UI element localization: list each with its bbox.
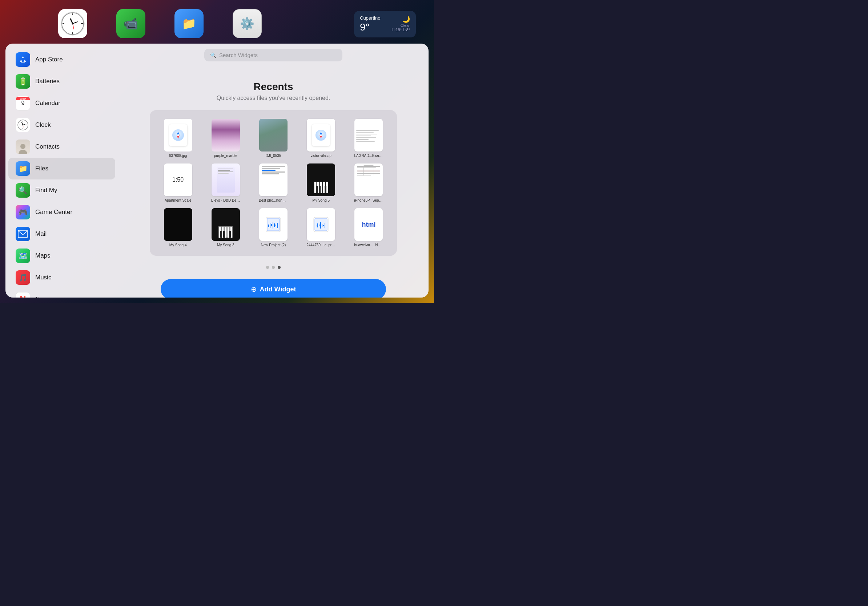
sidebar-item-mail[interactable]: Mail <box>8 223 115 245</box>
sidebar-item-files[interactable]: 📁 Files <box>8 158 115 179</box>
svg-rect-19 <box>18 230 28 238</box>
file-item-14: html huawei-m..._id119102 <box>348 208 390 247</box>
sidebar-item-music[interactable]: 🎵 Music <box>8 267 115 289</box>
files-icon: 📁 <box>16 161 30 176</box>
sidebar-item-maps[interactable]: 🗺️ Maps <box>8 245 115 267</box>
weather-condition: Clear <box>401 23 410 28</box>
file-name-9: iPhone6P...Sept2014 <box>354 198 383 203</box>
add-widget-label: Add Widget <box>260 286 296 293</box>
file-item-12: New Project (2) <box>252 208 294 247</box>
sidebar-item-calendar[interactable]: WED 9 Calendar <box>8 92 115 114</box>
add-widget-button[interactable]: ⊕ Add Widget <box>161 279 386 298</box>
file-item-11: My Song 3 <box>205 208 246 247</box>
sidebar-item-batteries[interactable]: 🔋 Batteries <box>8 71 115 92</box>
sidebar-item-contacts[interactable]: Contacts <box>8 136 115 158</box>
file-name-13: 2444769...ic_preview <box>307 243 335 247</box>
file-name-3: victor vila.zip <box>311 154 332 158</box>
file-thumb-6 <box>212 164 240 196</box>
weather-moon-icon: 🌙 <box>402 15 410 23</box>
sidebar-item-findmy[interactable]: 🔍 Find My <box>8 179 115 201</box>
top-facetime-icon: 📹 <box>116 9 146 38</box>
contacts-label: Contacts <box>35 143 60 150</box>
file-thumb-3 <box>307 119 335 152</box>
music-label: Music <box>35 274 51 281</box>
file-thumb-2 <box>259 119 288 152</box>
file-thumb-7 <box>259 164 288 196</box>
file-thumb-9 <box>354 164 383 196</box>
file-thumb-0 <box>164 119 192 152</box>
file-thumb-11 <box>212 208 240 241</box>
search-placeholder: Search Widgets <box>219 52 258 58</box>
files-widget-preview: 637608.jpg purple_marble DJI_0535 <box>150 110 397 256</box>
weather-high-low: H:19° L:8° <box>392 28 410 32</box>
file-item-4: LAGRAD...България <box>348 119 390 158</box>
page-dots <box>266 266 281 269</box>
file-item-10: My Song 4 <box>157 208 199 247</box>
search-bar[interactable]: 🔍 Search Widgets <box>204 49 343 62</box>
findmy-icon: 🔍 <box>16 183 30 198</box>
dot-1 <box>272 266 275 269</box>
file-item-3: victor vila.zip <box>300 119 342 158</box>
maps-label: Maps <box>35 252 51 260</box>
top-settings-icon: ⚙️ <box>232 9 262 38</box>
weather-city: Cupertino <box>360 15 380 21</box>
add-widget-plus-icon: ⊕ <box>251 285 257 294</box>
file-item-5: 1:50 Apartment Scale <box>157 164 199 203</box>
file-item-2: DJI_0535 <box>252 119 294 158</box>
calendar-day-number: 9 <box>22 100 25 106</box>
calendar-label: Calendar <box>35 99 60 107</box>
file-thumb-12 <box>259 208 288 241</box>
file-name-12: New Project (2) <box>261 243 286 247</box>
file-name-5: Apartment Scale <box>165 198 192 203</box>
mail-label: Mail <box>35 230 46 238</box>
file-item-1: purple_marble <box>205 119 246 158</box>
sidebar-item-news[interactable]: N News <box>8 289 115 298</box>
file-item-8: My Song 5 <box>300 164 342 203</box>
file-thumb-4 <box>354 119 383 152</box>
file-name-2: DJI_0535 <box>266 154 281 158</box>
sidebar-item-appstore[interactable]: App Store <box>8 49 115 71</box>
top-clock-icon <box>58 9 87 38</box>
findmy-label: Find My <box>35 187 57 194</box>
file-name-14: huawei-m..._id119102 <box>354 243 383 247</box>
news-icon: N <box>16 292 30 298</box>
file-item-0: 637608.jpg <box>157 119 199 158</box>
sidebar-item-gamecenter[interactable]: 🎮 Game Center <box>8 201 115 223</box>
file-item-7: Best pho...honeArena <box>252 164 294 203</box>
widget-panel: App Store 🔋 Batteries WED 9 Calendar <box>5 43 429 298</box>
file-name-1: purple_marble <box>214 154 237 158</box>
svg-point-21 <box>177 134 179 136</box>
file-thumb-1 <box>212 119 240 152</box>
appstore-icon <box>16 52 30 67</box>
file-name-7: Best pho...honeArena <box>259 198 288 203</box>
contacts-icon <box>16 139 30 154</box>
weather-temp: 9° <box>360 22 380 33</box>
files-label: Files <box>35 165 48 172</box>
batteries-label: Batteries <box>35 78 60 85</box>
file-item-9: iPhone6P...Sept2014 <box>348 164 390 203</box>
dot-2 <box>278 266 281 269</box>
file-name-6: Bleys - D&D Beyond <box>211 198 240 203</box>
file-thumb-14: html <box>354 208 383 241</box>
appstore-label: App Store <box>35 56 63 63</box>
file-item-6: Bleys - D&D Beyond <box>205 164 246 203</box>
file-name-10: My Song 4 <box>169 243 187 247</box>
file-thumb-13 <box>307 208 335 241</box>
sidebar-item-clock[interactable]: Clock <box>8 114 115 136</box>
file-name-11: My Song 3 <box>217 243 234 247</box>
svg-point-23 <box>320 134 322 136</box>
gamecenter-icon: 🎮 <box>16 205 30 220</box>
news-label: News <box>35 296 51 298</box>
maps-icon: 🗺️ <box>16 249 30 263</box>
file-name-0: 637608.jpg <box>169 154 187 158</box>
file-name-4: LAGRAD...България <box>354 154 383 158</box>
file-name-8: My Song 5 <box>312 198 330 203</box>
file-item-13: 2444769...ic_preview <box>300 208 342 247</box>
clock-label: Clock <box>35 121 51 128</box>
mail-icon <box>16 227 30 241</box>
widget-subtitle: Quickly access files you've recently ope… <box>217 95 330 101</box>
main-content: 🔍 Search Widgets Recents Quickly access … <box>118 43 429 298</box>
svg-point-18 <box>23 125 23 126</box>
dot-0 <box>266 266 269 269</box>
weather-widget: Cupertino 9° 🌙 Clear H:19° L:8° <box>354 11 416 37</box>
